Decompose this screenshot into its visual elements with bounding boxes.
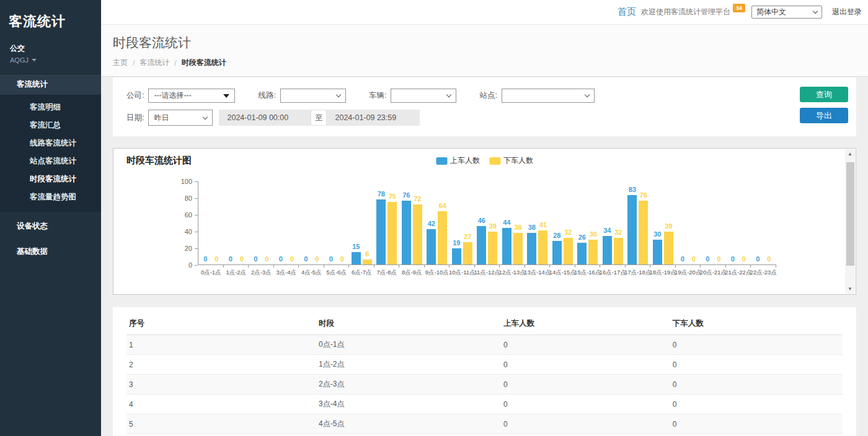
bar-value-label: 0 (240, 255, 244, 263)
bar-group: 0021点-22点 (726, 181, 751, 264)
vehicle-select[interactable] (391, 89, 456, 103)
x-axis-label: 18点-19点 (650, 269, 676, 277)
bar-value-label: 76 (402, 191, 410, 199)
bar-value-label: 0 (279, 255, 283, 263)
bar-value-label: 30 (590, 230, 597, 238)
x-axis-label: 9点-10点 (425, 269, 449, 277)
y-axis-tick: 100 (177, 178, 198, 185)
date-start-input[interactable]: 2024-01-09 00:00 (219, 110, 311, 126)
sidebar-section-passenger-stats[interactable]: 客流统计 (0, 74, 101, 95)
breadcrumb: 主页/客流统计/时段客流统计 (113, 58, 868, 68)
bar-value-label: 15 (352, 243, 360, 250)
date-end-input[interactable]: 2024-01-09 23:59 (327, 110, 420, 126)
bar: 26 (577, 243, 587, 264)
bar: 46 (477, 226, 486, 264)
language-select[interactable]: 简体中文 (751, 6, 822, 19)
main-area: 首页 欢迎使用客流统计管理平台 34 简体中文 退出登录 时段客流统计 主页/客… (101, 0, 868, 436)
sidebar-item[interactable]: 客流量趋势图 (0, 188, 101, 206)
chart-scrollbar[interactable]: ▲ ▼ (845, 149, 855, 294)
chevron-down-icon (32, 59, 37, 61)
sidebar-item[interactable]: 基础数据 (0, 239, 101, 264)
chevron-down-icon (813, 9, 818, 14)
table-cell: 0 (501, 355, 670, 375)
topbar: 首页 欢迎使用客流统计管理平台 34 简体中文 退出登录 (101, 0, 868, 25)
bar-value-label: 0 (340, 255, 344, 263)
bar-group: 343216点-17点 (600, 181, 626, 264)
welcome-text: 欢迎使用客流统计管理平台 (641, 7, 730, 17)
home-link[interactable]: 首页 (618, 6, 636, 18)
y-axis-label: 40 (177, 228, 192, 235)
bar-value-label: 75 (389, 193, 396, 200)
sidebar-item[interactable]: 客流明细 (0, 98, 101, 116)
breadcrumb-item[interactable]: 客流统计 (140, 58, 169, 68)
bar-group: 78757点-8点 (374, 181, 400, 264)
bar-group: 1566点-7点 (349, 181, 374, 264)
table-cell: 6 (126, 434, 316, 436)
app-title: 客流统计 (0, 0, 101, 33)
breadcrumb-item[interactable]: 主页 (113, 58, 128, 68)
sidebar-item[interactable]: 站点客流统计 (0, 152, 101, 170)
legend-swatch (436, 157, 447, 165)
station-select[interactable] (502, 89, 595, 103)
legend-label: 下车人数 (503, 155, 533, 166)
filter-panel: 公司: ---请选择--- 线路: 车辆: 站点: 日期 (113, 77, 856, 136)
account-dropdown[interactable]: AQGJ (0, 54, 101, 74)
bar-value-label: 39 (489, 222, 497, 230)
scrollbar-thumb[interactable] (846, 162, 854, 266)
sidebar-item[interactable]: 客流汇总 (0, 116, 101, 134)
x-axis-label: 1点-2点 (226, 269, 246, 277)
table-cell: 0 (670, 434, 843, 436)
legend-item[interactable]: 上车人数 (436, 155, 480, 166)
table-cell: 5 (126, 414, 316, 434)
bar-value-label: 0 (254, 255, 257, 263)
query-button[interactable]: 查询 (800, 87, 848, 102)
chevron-down-icon (203, 114, 208, 119)
scroll-down-icon[interactable]: ▼ (845, 284, 855, 294)
x-axis-label: 19点-20点 (675, 269, 701, 277)
x-axis-label: 4点-5点 (301, 269, 322, 277)
date-range-value: 昨日 (154, 113, 169, 123)
company-select[interactable]: ---请选择--- (148, 89, 235, 103)
sidebar-item[interactable]: 设备状态 (0, 214, 101, 239)
export-button[interactable]: 导出 (800, 108, 848, 123)
x-axis-label: 7点-8点 (376, 269, 397, 277)
bar: 28 (552, 241, 562, 264)
x-axis-label: 12点-13点 (499, 269, 526, 277)
date-range-select[interactable]: 昨日 (148, 110, 213, 126)
data-table-panel: 序号时段上车人数下车人数 10点-1点0021点-2点0032点-3点0043点… (113, 307, 856, 436)
bar-value-label: 0 (767, 255, 771, 263)
account-code: AQGJ (10, 56, 29, 64)
bar-group: 0019点-20点 (676, 181, 701, 264)
bar-value-label: 34 (603, 227, 611, 234)
sidebar-item[interactable]: 线路客流统计 (0, 134, 101, 152)
line-select[interactable] (280, 89, 346, 103)
sidebar-item[interactable]: 时段客流统计 (0, 170, 101, 188)
table-cell: 0 (501, 335, 670, 355)
y-axis-tickmark (195, 232, 198, 232)
table-row: 32点-3点00 (126, 375, 843, 395)
logout-link[interactable]: 退出登录 (832, 7, 862, 17)
legend-item[interactable]: 下车人数 (489, 155, 533, 166)
bar: 15 (352, 252, 361, 264)
bar-value-label: 0 (731, 255, 735, 263)
bar: 75 (388, 202, 397, 264)
bar: 30 (588, 240, 598, 265)
sidebar: 客流统计 公交 AQGJ 客流统计 客流明细客流汇总线路客流统计站点客流统计时段… (0, 0, 101, 436)
bar-value-label: 30 (653, 230, 661, 238)
station-label: 站点: (479, 90, 497, 101)
y-axis-tick: 20 (177, 245, 198, 252)
bar: 44 (502, 228, 512, 264)
bar-value-label: 0 (756, 255, 760, 263)
scroll-up-icon[interactable]: ▲ (845, 149, 855, 159)
bar: 38 (527, 233, 536, 264)
bar-value-label: 76 (640, 191, 647, 199)
bar: 39 (488, 232, 497, 264)
bar-group: 0020点-21点 (701, 181, 726, 264)
company-value: ---请选择--- (154, 90, 191, 101)
bar-group: 000点-1点 (198, 181, 224, 264)
table-header-cell: 上车人数 (501, 312, 670, 335)
breadcrumb-separator: / (133, 59, 135, 68)
bar-value-label: 32 (614, 229, 622, 236)
date-label: 日期: (126, 113, 144, 123)
page-header: 时段客流统计 主页/客流统计/时段客流统计 (101, 25, 868, 77)
